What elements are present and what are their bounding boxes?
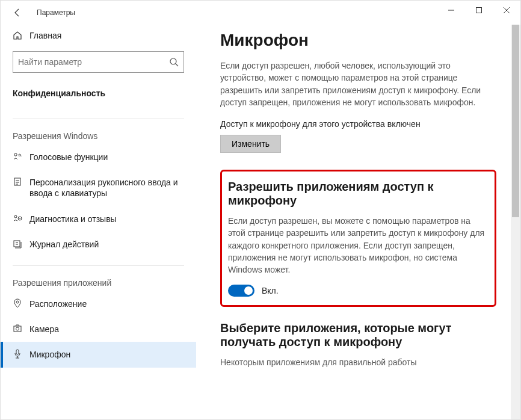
clipboard-icon [13,177,22,187]
change-button[interactable]: Изменить [220,135,281,153]
svg-rect-8 [14,326,21,332]
home-label: Главная [29,31,61,40]
arrow-left-icon [13,8,22,17]
search-input[interactable] [18,57,169,67]
svg-point-4 [14,215,17,218]
allow-desc: Если доступ разрешен, вы можете с помощь… [228,215,486,276]
intro-text: Если доступ разрешен, любой человек, исп… [220,60,496,108]
divider [13,119,184,119]
sidebar-item-label: Голосовые функции [29,152,108,162]
sidebar-item-inking[interactable]: Персонализация рукописного ввода и ввода… [1,170,196,206]
sidebar-item-microphone[interactable]: Микрофон [1,342,196,367]
device-status-text: Доступ к микрофону для этого устройства … [220,119,496,129]
microphone-icon [13,349,22,359]
feedback-icon [13,214,22,223]
svg-rect-0 [476,8,482,13]
choose-apps-heading: Выберите приложения, которые могут получ… [220,321,496,349]
sidebar-item-location[interactable]: Расположение [1,291,196,317]
home-link[interactable]: Главная [1,25,196,46]
search-box[interactable] [13,51,184,73]
allow-apps-section: Разрешить приложениям доступ к микрофону… [220,170,496,306]
scrollbar-thumb[interactable] [512,25,519,217]
back-button[interactable] [8,3,27,22]
maximize-button[interactable] [465,1,493,20]
allow-heading: Разрешить приложениям доступ к микрофону [228,180,486,208]
choose-apps-desc: Некоторым приложениям для правильной раб… [220,356,496,368]
close-icon [504,7,510,13]
sidebar-item-label: Камера [29,324,59,335]
divider [13,265,184,266]
close-button[interactable] [493,1,520,20]
section-app-permissions: Разрешения приложений [1,270,196,291]
category-title: Конфиденциальность [1,82,196,110]
svg-point-2 [14,153,17,156]
toggle-state-label: Вкл. [262,286,279,295]
sidebar: Главная Конфиденциальность Разрешения Wi… [1,25,208,419]
camera-icon [13,324,22,333]
toggle-knob [244,286,253,295]
sidebar-item-label: Журнал действий [29,239,99,250]
svg-point-1 [170,58,176,64]
svg-rect-10 [16,350,19,354]
window-title: Параметры [37,8,75,17]
sidebar-item-label: Микрофон [29,349,70,360]
page-heading: Микрофон [220,31,496,50]
voice-icon [13,152,22,161]
sidebar-item-diagnostics[interactable]: Диагностика и отзывы [1,206,196,232]
search-icon [169,57,179,67]
sidebar-item-activity[interactable]: Журнал действий [1,232,196,257]
minimize-button[interactable] [437,1,465,20]
location-icon [13,298,22,308]
sidebar-item-voice[interactable]: Голосовые функции [1,144,196,170]
window-controls [437,1,520,20]
svg-point-7 [16,301,19,303]
maximize-icon [476,7,482,13]
titlebar: Параметры [1,1,520,25]
svg-point-9 [16,327,19,330]
minimize-icon [448,7,454,13]
main-content: Микрофон Если доступ разрешен, любой чел… [208,25,520,419]
section-windows-permissions: Разрешения Windows [1,123,196,144]
svg-rect-6 [14,241,20,247]
sidebar-item-camera[interactable]: Камера [1,317,196,342]
home-icon [13,31,22,40]
scrollbar[interactable] [511,25,520,419]
sidebar-item-label: Диагностика и отзывы [29,214,117,224]
history-icon [13,239,22,249]
sidebar-item-label: Персонализация рукописного ввода и ввода… [29,177,187,199]
allow-apps-toggle[interactable] [228,285,254,297]
allow-toggle-row: Вкл. [228,285,486,297]
sidebar-item-label: Расположение [29,298,87,309]
